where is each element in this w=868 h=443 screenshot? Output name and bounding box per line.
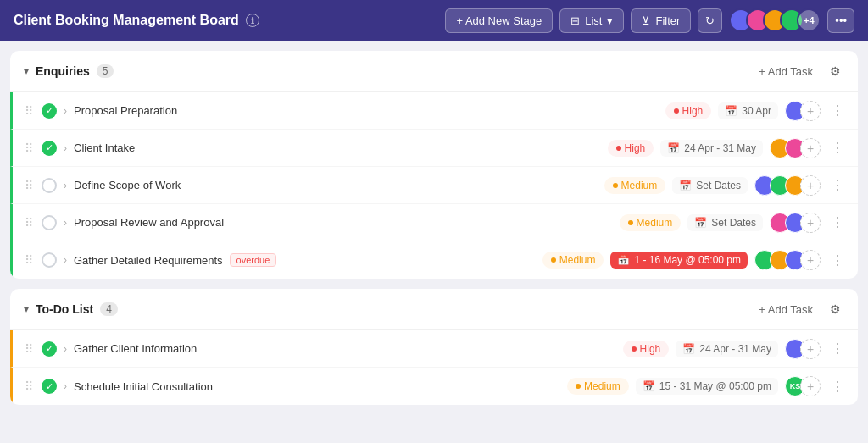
date-badge[interactable]: 📅24 Apr - 31 May xyxy=(660,140,763,157)
add-assignee-icon[interactable]: + xyxy=(800,101,821,121)
task-status[interactable] xyxy=(42,252,57,268)
date-label: 30 Apr xyxy=(742,105,771,117)
drag-handle-icon[interactable]: ⠿ xyxy=(23,177,35,194)
task-more-button[interactable]: ⋮ xyxy=(827,251,848,270)
task-row: ⠿✓›Client IntakeHigh📅24 Apr - 31 May+⋮ xyxy=(10,130,858,167)
section-enquiries: ▾ Enquiries 5 + Add Task ⚙ ⠿✓›Proposal P… xyxy=(10,51,858,279)
task-status[interactable] xyxy=(42,178,57,193)
task-avatars: + xyxy=(770,138,821,158)
task-more-button[interactable]: ⋮ xyxy=(827,213,848,232)
priority-dot xyxy=(616,146,621,151)
date-label: Set Dates xyxy=(711,217,756,229)
section-title: Enquiries xyxy=(36,64,90,78)
avatar-group: +4 xyxy=(729,8,821,32)
task-more-button[interactable]: ⋮ xyxy=(827,138,848,158)
date-badge[interactable]: 📅30 Apr xyxy=(718,102,778,119)
more-options-button[interactable]: ••• xyxy=(827,8,854,33)
expand-icon[interactable]: › xyxy=(64,343,67,355)
add-task-button[interactable]: + Add Task xyxy=(752,62,820,81)
info-icon: ℹ xyxy=(246,14,259,27)
section-actions: + Add Task ⚙ xyxy=(752,299,844,319)
expand-icon[interactable]: › xyxy=(64,180,67,191)
refresh-button[interactable]: ↻ xyxy=(698,8,722,33)
section-actions: + Add Task ⚙ xyxy=(752,61,844,81)
drag-handle-icon[interactable]: ⠿ xyxy=(23,214,35,231)
task-more-button[interactable]: ⋮ xyxy=(827,377,848,396)
section-settings-button[interactable]: ⚙ xyxy=(826,61,844,81)
chevron-down-icon: ▾ xyxy=(607,14,613,27)
board-title: Client Booking Management Board ℹ xyxy=(14,13,435,28)
add-task-button[interactable]: + Add Task xyxy=(752,300,820,319)
section-settings-button[interactable]: ⚙ xyxy=(826,299,844,319)
header-actions: + Add New Stage ⊟ List ▾ ⊻ Filter ↻ +4 •… xyxy=(445,8,854,33)
task-more-button[interactable]: ⋮ xyxy=(827,339,848,358)
priority-badge[interactable]: High xyxy=(623,341,670,357)
calendar-icon: 📅 xyxy=(667,142,680,154)
task-meta: High📅30 Apr+⋮ xyxy=(665,101,848,121)
section-count: 4 xyxy=(100,302,118,316)
date-badge[interactable]: 📅Set Dates xyxy=(672,177,748,194)
priority-label: Medium xyxy=(584,380,620,392)
task-status[interactable]: ✓ xyxy=(42,141,57,156)
task-status[interactable]: ✓ xyxy=(42,103,57,119)
drag-handle-icon[interactable]: ⠿ xyxy=(23,341,35,357)
priority-badge[interactable]: High xyxy=(608,140,654,157)
date-badge[interactable]: 📅15 - 31 May @ 05:00 pm xyxy=(636,378,778,395)
task-avatars: KS+ xyxy=(785,376,821,396)
priority-label: High xyxy=(640,343,661,355)
avatar-count-badge: +4 xyxy=(797,8,821,32)
add-assignee-icon[interactable]: + xyxy=(800,138,821,158)
section-toggle[interactable]: ▾ xyxy=(24,65,29,77)
add-assignee-icon[interactable]: + xyxy=(800,213,821,233)
expand-icon[interactable]: › xyxy=(64,105,67,117)
priority-badge[interactable]: Medium xyxy=(620,214,682,231)
calendar-icon: 📅 xyxy=(694,217,707,229)
drag-handle-icon[interactable]: ⠿ xyxy=(23,378,35,395)
task-row: ⠿›Proposal Review and ApprovalMedium📅Set… xyxy=(10,204,858,241)
date-badge[interactable]: 📅1 - 16 May @ 05:00 pm xyxy=(610,252,748,269)
drag-handle-icon[interactable]: ⠿ xyxy=(23,252,35,269)
task-row: ⠿✓›Schedule Initial ConsultationMedium📅1… xyxy=(10,368,858,405)
drag-handle-icon[interactable]: ⠿ xyxy=(23,140,35,157)
task-more-button[interactable]: ⋮ xyxy=(827,101,848,120)
task-row: ⠿›Define Scope of WorkMedium📅Set Dates+⋮ xyxy=(10,167,858,204)
drag-handle-icon[interactable]: ⠿ xyxy=(23,102,35,119)
overdue-badge: overdue xyxy=(230,253,277,267)
expand-icon[interactable]: › xyxy=(64,142,67,154)
priority-label: Medium xyxy=(621,180,658,191)
task-name: Schedule Initial Consultation xyxy=(74,380,560,393)
task-status[interactable]: ✓ xyxy=(42,341,57,357)
filter-icon: ⊻ xyxy=(642,14,650,27)
task-avatars: + xyxy=(785,101,821,121)
section-todo: ▾ To-Do List 4 + Add Task ⚙ ⠿✓›Gather Cl… xyxy=(10,289,858,405)
date-badge[interactable]: 📅24 Apr - 31 May xyxy=(676,341,778,357)
add-assignee-icon[interactable]: + xyxy=(800,376,821,396)
date-badge[interactable]: 📅Set Dates xyxy=(687,214,763,231)
calendar-icon: 📅 xyxy=(617,254,630,266)
priority-dot xyxy=(628,220,633,225)
priority-badge[interactable]: Medium xyxy=(567,378,629,395)
filter-button[interactable]: ⊻ Filter xyxy=(631,8,691,33)
task-more-button[interactable]: ⋮ xyxy=(827,175,848,195)
section-toggle[interactable]: ▾ xyxy=(24,303,29,315)
priority-label: Medium xyxy=(559,254,596,266)
add-assignee-icon[interactable]: + xyxy=(800,250,821,270)
calendar-icon: 📅 xyxy=(679,180,692,191)
expand-icon[interactable]: › xyxy=(64,254,67,266)
header: Client Booking Management Board ℹ + Add … xyxy=(0,0,868,41)
calendar-icon: 📅 xyxy=(682,343,695,355)
add-assignee-icon[interactable]: + xyxy=(800,175,821,196)
expand-icon[interactable]: › xyxy=(64,380,67,392)
add-assignee-icon[interactable]: + xyxy=(800,339,821,359)
priority-badge[interactable]: High xyxy=(665,102,712,119)
priority-dot xyxy=(674,108,679,114)
add-stage-button[interactable]: + Add New Stage xyxy=(445,8,553,33)
priority-badge[interactable]: Medium xyxy=(542,252,604,269)
task-status[interactable]: ✓ xyxy=(42,379,57,394)
task-meta: High📅24 Apr - 31 May+⋮ xyxy=(623,339,848,359)
priority-badge[interactable]: Medium xyxy=(604,177,666,194)
task-status[interactable] xyxy=(42,215,57,230)
list-view-button[interactable]: ⊟ List ▾ xyxy=(559,8,624,33)
expand-icon[interactable]: › xyxy=(64,217,67,229)
main-content: ▾ Enquiries 5 + Add Task ⚙ ⠿✓›Proposal P… xyxy=(0,41,868,443)
